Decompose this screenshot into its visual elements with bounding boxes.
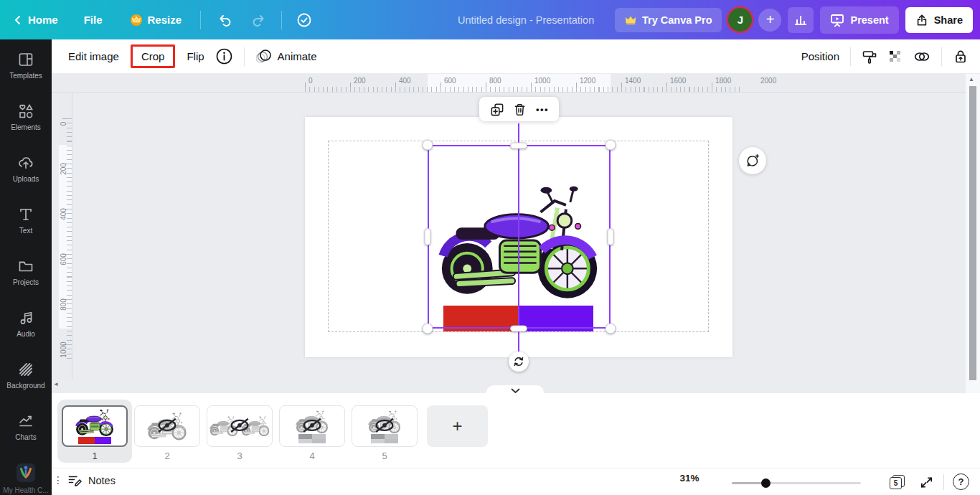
ruler-label: 800	[489, 77, 501, 85]
present-button[interactable]: Present	[820, 6, 898, 34]
crop-button[interactable]: Crop	[131, 44, 176, 68]
scroll-up-arrow[interactable]: ▲	[969, 76, 974, 82]
undo-button[interactable]	[218, 13, 232, 27]
elements-icon	[17, 103, 34, 120]
page-thumbnail-3[interactable]	[207, 405, 273, 447]
duplicate-icon	[489, 102, 504, 117]
selection-crop-rect[interactable]	[428, 145, 611, 329]
insights-button[interactable]	[788, 7, 814, 33]
ruler-label: 0	[308, 77, 313, 85]
sidebar-item-charts[interactable]: Charts	[0, 401, 52, 453]
present-icon	[830, 13, 844, 27]
page-number-2[interactable]: 2	[134, 451, 200, 461]
page-number-4[interactable]: 4	[279, 451, 345, 461]
uploads-icon	[17, 154, 34, 171]
share-button[interactable]: Share	[905, 7, 973, 33]
ruler-label: 1000	[60, 339, 67, 361]
collapse-pages-button[interactable]	[486, 385, 544, 394]
redo-button[interactable]	[251, 13, 265, 27]
notes-button[interactable]: Notes	[67, 473, 116, 488]
design-title[interactable]: Untitled design - Presentation	[458, 0, 594, 39]
resize-handle-left[interactable]	[425, 228, 431, 245]
transparency-checker-icon	[888, 50, 903, 64]
resize-handle-bottom[interactable]	[510, 326, 527, 332]
page-thumbnail-1[interactable]	[62, 405, 128, 447]
sidebar-item-background[interactable]: Background	[0, 349, 52, 401]
edit-image-button[interactable]: Edit image	[68, 50, 119, 62]
add-member-button[interactable]: +	[758, 9, 781, 32]
home-label: Home	[28, 14, 58, 26]
delete-button[interactable]	[512, 102, 527, 117]
rotate-handle[interactable]	[509, 352, 529, 372]
ruler-label: 400	[60, 204, 67, 225]
grid-view-button[interactable]: 5	[890, 475, 905, 490]
file-menu[interactable]: File	[84, 14, 103, 26]
fullscreen-button[interactable]	[920, 476, 933, 489]
page-thumbnail-4[interactable]	[279, 405, 345, 447]
info-button[interactable]	[216, 48, 232, 65]
sidebar-item-my-health-app[interactable]: My Health C...	[0, 453, 52, 495]
resize-label: Resize	[148, 14, 182, 26]
present-label: Present	[850, 14, 888, 26]
page-number-1[interactable]: 1	[62, 451, 128, 461]
add-comment-button[interactable]	[739, 147, 766, 174]
sidebar-item-elements[interactable]: Elements	[0, 91, 52, 143]
topbar-divider	[281, 11, 282, 29]
rotate-icon	[513, 356, 524, 367]
canva-editor: Home File Resize Untitled design - Prese…	[0, 0, 980, 495]
resize-handle-top-left[interactable]	[423, 140, 433, 151]
scroll-left-arrow[interactable]: ◄	[53, 381, 59, 387]
zoom-slider-thumb[interactable]	[761, 478, 771, 488]
flip-button[interactable]: Flip	[187, 50, 204, 62]
page-thumbnail-2[interactable]	[134, 405, 200, 447]
animate-button[interactable]: Animate	[256, 50, 317, 64]
add-page-button[interactable]: +	[427, 405, 488, 447]
ruler-label: 1000	[534, 77, 550, 85]
ruler-label: 800	[60, 294, 67, 316]
hidden-eye-icon	[157, 418, 177, 433]
notes-label: Notes	[88, 475, 116, 486]
sidebar: Templates Elements Uploads Text Projects…	[0, 39, 52, 495]
sidebar-item-text[interactable]: Text	[0, 194, 52, 246]
page-thumbnail-5[interactable]	[352, 405, 418, 447]
resize-handle-top[interactable]	[510, 143, 527, 149]
avatar[interactable]: J	[728, 8, 752, 32]
info-icon	[216, 48, 232, 65]
resize-handle-bottom-left[interactable]	[423, 324, 433, 334]
plus-glyph: +	[766, 11, 775, 28]
position-button[interactable]: Position	[801, 50, 839, 62]
page-number-3[interactable]: 3	[207, 451, 273, 461]
link-button[interactable]	[913, 50, 930, 63]
sidebar-item-uploads[interactable]: Uploads	[0, 143, 52, 194]
resize-handle-top-right[interactable]	[606, 140, 616, 151]
copy-style-button[interactable]	[862, 49, 877, 65]
save-status-button[interactable]	[296, 12, 312, 28]
try-canva-pro-button[interactable]: Try Canva Pro	[615, 8, 722, 32]
background-icon	[17, 361, 34, 378]
page-count: 5	[894, 479, 898, 487]
page1-preview	[74, 408, 116, 437]
sidebar-item-audio[interactable]: Audio	[0, 298, 52, 349]
share-upload-icon	[915, 14, 928, 27]
chevron-down-icon	[511, 388, 520, 394]
sidebar-item-label: Templates	[9, 72, 42, 80]
transparency-button[interactable]	[888, 50, 903, 64]
sidebar-item-projects[interactable]: Projects	[0, 246, 52, 298]
duplicate-button[interactable]	[489, 102, 504, 117]
home-button[interactable]: Home	[13, 14, 58, 26]
more-options-button[interactable]: •••	[536, 104, 549, 115]
sidebar-item-label: My Health C...	[3, 486, 48, 494]
help-button[interactable]: ?	[953, 473, 969, 490]
page-number-5[interactable]: 5	[352, 451, 418, 461]
projects-icon	[17, 258, 34, 275]
lock-button[interactable]	[953, 49, 969, 65]
panel-drag-handle[interactable]: ⋮	[53, 474, 63, 486]
avatar-initial: J	[738, 14, 743, 26]
resize-handle-right[interactable]	[608, 228, 614, 245]
resize-handle-bottom-right[interactable]	[606, 324, 616, 334]
resize-button[interactable]: Resize	[130, 14, 182, 27]
page4-gray-bar	[298, 434, 326, 443]
sidebar-item-templates[interactable]: Templates	[0, 39, 52, 91]
bar-chart-icon	[793, 13, 808, 27]
vertical-scrollbar-thumb[interactable]	[969, 86, 976, 380]
